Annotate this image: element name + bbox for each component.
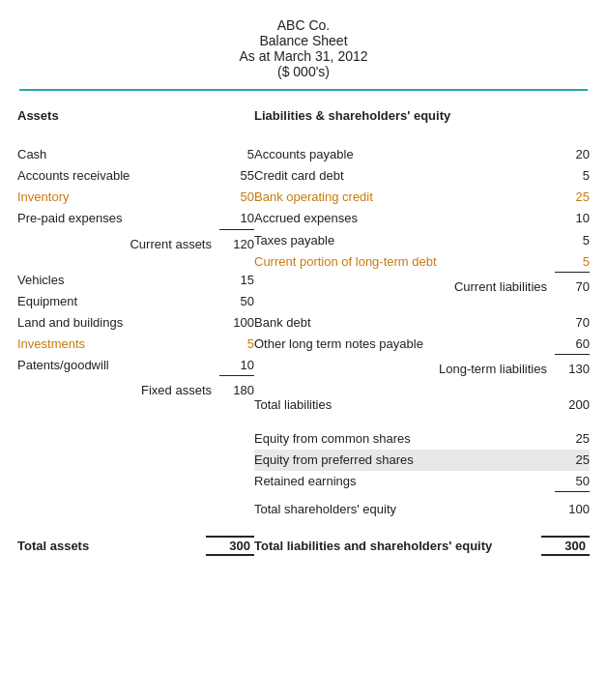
liability-value: 5 — [555, 166, 590, 186]
main-content: Assets Cash 5 Accounts receivable 55 Inv… — [0, 91, 607, 520]
liability-label: Accrued expenses — [254, 209, 358, 228]
asset-value: 10 — [219, 356, 254, 376]
liability-label: Bank debt — [254, 313, 311, 333]
current-liability-row: Current portion of long-term debt 5 — [254, 251, 590, 274]
asset-label: Land and buildings — [17, 313, 123, 333]
equity-row: Retained earnings 50 — [254, 471, 590, 493]
current-liability-row: Bank operating credit 25 — [254, 187, 590, 208]
longterm-liability-row: Bank debt 70 — [254, 312, 590, 334]
current-assets-list: Cash 5 Accounts receivable 55 Inventory … — [17, 144, 254, 231]
company-name: ABC Co. — [0, 17, 607, 33]
current-liabilities-subtotal-value: 70 — [555, 277, 590, 297]
equity-list: Equity from common shares 25 Equity from… — [254, 428, 590, 493]
fixed-assets-subtotal-value: 180 — [219, 381, 254, 400]
footer-assets: Total assets 300 — [17, 530, 254, 558]
assets-title: Assets — [17, 108, 254, 123]
asset-value: 10 — [219, 209, 254, 229]
liabilities-column: Liabilities & shareholders' equity Accou… — [254, 108, 590, 520]
fixed-asset-row: Investments 5 — [17, 334, 254, 355]
longterm-liabilities-list: Bank debt 70 Other long term notes payab… — [254, 312, 590, 356]
longterm-liability-row: Other long term notes payable 60 — [254, 334, 590, 356]
fixed-asset-row: Patents/goodwill 10 — [17, 355, 254, 377]
asset-value: 5 — [219, 335, 254, 354]
asset-label: Cash — [17, 145, 46, 164]
current-asset-row: Accounts receivable 55 — [17, 165, 254, 187]
asset-label: Equipment — [17, 292, 77, 311]
liabilities-title: Liabilities & shareholders' equity — [254, 108, 590, 123]
liability-label: Bank operating credit — [254, 188, 373, 207]
liability-label: Accounts payable — [254, 145, 354, 164]
equity-row: Equity from preferred shares 25 — [254, 450, 590, 471]
fixed-asset-row: Equipment 50 — [17, 291, 254, 312]
current-liabilities-subtotal-label: Current liabilities — [454, 277, 547, 297]
report-title: Balance Sheet — [0, 33, 607, 48]
equity-label: Equity from common shares — [254, 429, 411, 449]
asset-value: 5 — [219, 145, 254, 164]
asset-label: Inventory — [17, 188, 69, 207]
asset-label: Pre-paid expenses — [17, 209, 122, 228]
longterm-liabilities-subtotal-value: 130 — [555, 360, 590, 379]
liability-value: 5 — [555, 252, 590, 273]
liability-value: 5 — [555, 231, 590, 250]
current-liabilities-list: Accounts payable 20 Credit card debt 5 B… — [254, 144, 590, 274]
current-asset-row: Pre-paid expenses 10 — [17, 208, 254, 230]
total-assets-label: Total assets — [17, 539, 89, 553]
liability-label: Credit card debt — [254, 166, 344, 186]
total-liabilities-equity-value: 300 — [541, 536, 590, 556]
asset-value: 50 — [219, 292, 254, 311]
liability-value: 60 — [555, 335, 590, 355]
equity-value: 50 — [555, 472, 590, 492]
liability-value: 25 — [555, 188, 590, 207]
longterm-liabilities-subtotal-label: Long-term liabilities — [439, 360, 547, 379]
asset-label: Vehicles — [17, 271, 64, 290]
current-liability-row: Credit card debt 5 — [254, 165, 590, 187]
asset-label: Investments — [17, 335, 85, 354]
asset-value: 15 — [219, 271, 254, 290]
footer-section: Total assets 300 Total liabilities and s… — [0, 520, 607, 571]
equity-label: Retained earnings — [254, 472, 357, 491]
header: ABC Co. Balance Sheet As at March 31, 20… — [0, 0, 607, 91]
equity-row: Equity from common shares 25 — [254, 428, 590, 450]
asset-value: 55 — [219, 166, 254, 186]
asset-label: Patents/goodwill — [17, 356, 109, 375]
total-liabilities-value: 200 — [555, 395, 590, 415]
liability-value: 10 — [555, 209, 590, 228]
liability-label: Other long term notes payable — [254, 335, 423, 354]
equity-subtotal-row: Total shareholders' equity 100 — [254, 499, 590, 520]
current-assets-subtotal-label: Current assets — [130, 235, 212, 254]
total-liabilities-row: Total liabilities 200 — [254, 394, 590, 416]
asset-value: 100 — [219, 313, 254, 333]
assets-column: Assets Cash 5 Accounts receivable 55 Inv… — [17, 108, 254, 520]
fixed-assets-subtotal-label: Fixed assets — [141, 381, 212, 400]
equity-label: Equity from preferred shares — [254, 451, 414, 470]
total-liabilities-label: Total liabilities — [254, 395, 332, 415]
report-unit: ($ 000's) — [0, 64, 607, 79]
current-asset-row: Cash 5 — [17, 144, 254, 165]
longterm-liabilities-subtotal: Long-term liabilities 130 — [254, 356, 590, 383]
equity-value: 25 — [555, 451, 590, 470]
liability-value: 20 — [555, 145, 590, 164]
current-liabilities-subtotal: Current liabilities 70 — [254, 274, 590, 301]
fixed-asset-row: Land and buildings 100 — [17, 312, 254, 334]
current-liability-row: Accrued expenses 10 — [254, 208, 590, 229]
asset-value: 50 — [219, 188, 254, 207]
current-assets-subtotal-value: 120 — [219, 235, 254, 254]
fixed-asset-row: Vehicles 15 — [17, 270, 254, 291]
current-liability-row: Taxes payable 5 — [254, 230, 590, 251]
total-assets-row: Total assets 300 — [17, 530, 254, 558]
current-assets-subtotal: Current assets 120 — [17, 231, 254, 258]
current-liability-row: Accounts payable 20 — [254, 144, 590, 165]
liability-label: Current portion of long-term debt — [254, 252, 437, 272]
report-date: As at March 31, 2012 — [0, 48, 607, 64]
fixed-assets-subtotal: Fixed assets 180 — [17, 377, 254, 404]
equity-value: 25 — [555, 429, 590, 449]
current-asset-row: Inventory 50 — [17, 187, 254, 208]
liability-value: 70 — [555, 313, 590, 333]
fixed-assets-list: Vehicles 15 Equipment 50 Land and buildi… — [17, 270, 254, 378]
liability-label: Taxes payable — [254, 231, 334, 250]
equity-subtotal-label: Total shareholders' equity — [254, 500, 396, 519]
footer-liabilities: Total liabilities and shareholders' equi… — [254, 530, 590, 558]
total-liabilities-equity-label: Total liabilities and shareholders' equi… — [254, 539, 492, 553]
total-assets-value: 300 — [206, 536, 254, 556]
total-liabilities-equity-row: Total liabilities and shareholders' equi… — [254, 530, 590, 558]
